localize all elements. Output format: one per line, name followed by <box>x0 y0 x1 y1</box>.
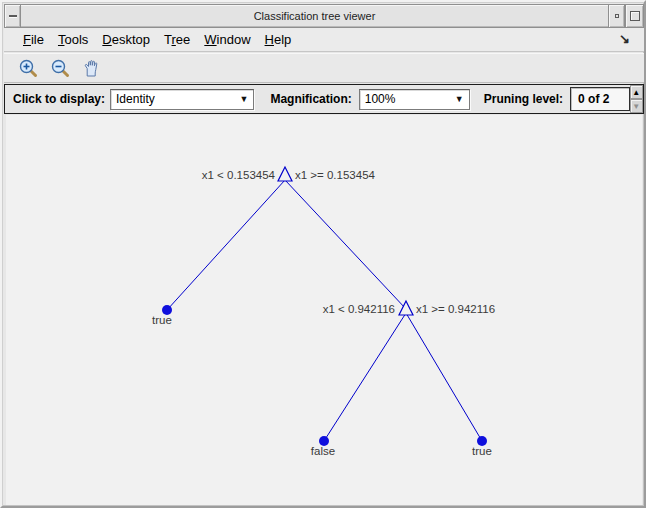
zoom-in-icon <box>18 58 38 78</box>
magnification-dropdown[interactable]: 100% ▼ <box>359 89 470 110</box>
menu-item-desktop[interactable]: Desktop <box>95 30 157 49</box>
zoom-out-button[interactable] <box>48 56 72 80</box>
control-panel: Click to display: Identity ▼ Magnificati… <box>4 84 644 114</box>
magnification-dropdown-value: 100% <box>365 92 451 106</box>
root-split-right-label: x1 >= 0.153454 <box>295 169 376 181</box>
maximize-button[interactable] <box>625 4 644 28</box>
classification-tree: x1 < 0.153454 x1 >= 0.153454 true x1 < 0… <box>6 115 642 505</box>
minimize-icon <box>615 14 619 18</box>
leaf-true-label: true <box>472 445 492 457</box>
zoom-in-button[interactable] <box>16 56 40 80</box>
maximize-icon <box>630 11 640 21</box>
branch-node-root[interactable] <box>278 167 292 181</box>
leaf-false-label: false <box>311 445 335 457</box>
leaf-left-label: true <box>152 314 172 326</box>
edge-node2-right <box>406 313 482 441</box>
chevron-down-icon: ▼ <box>451 94 469 104</box>
menu-bar: File Tools Desktop Tree Window Help ↘ <box>4 28 644 52</box>
pan-button[interactable] <box>80 56 104 80</box>
toolbar <box>4 53 644 83</box>
node2-split-right-label: x1 >= 0.942116 <box>416 303 495 315</box>
edge-root-left <box>167 180 285 310</box>
zoom-out-icon <box>50 58 70 78</box>
display-dropdown[interactable]: Identity ▼ <box>110 89 254 110</box>
magnification-label: Magnification: <box>270 92 351 106</box>
edge-root-right <box>285 180 406 309</box>
pan-hand-icon <box>82 58 102 78</box>
pruning-level-label: Pruning level: <box>484 92 563 106</box>
window-title: Classification tree viewer <box>21 4 608 28</box>
menu-item-help[interactable]: Help <box>258 30 299 49</box>
menu-item-file[interactable]: File <box>16 30 51 49</box>
tree-canvas[interactable]: x1 < 0.153454 x1 >= 0.153454 true x1 < 0… <box>6 115 642 505</box>
window-menu-icon <box>9 15 17 17</box>
spinner-up-button[interactable]: ▲ <box>630 85 643 99</box>
menu-item-window[interactable]: Window <box>197 30 257 49</box>
title-bar: Classification tree viewer <box>4 4 644 28</box>
menu-item-tools[interactable]: Tools <box>51 30 95 49</box>
pruning-level-value: 0 of 2 <box>570 87 630 111</box>
node2-split-left-label: x1 < 0.942116 <box>323 303 395 315</box>
window-menu-button[interactable] <box>4 4 21 28</box>
dock-figure-arrow-icon[interactable]: ↘ <box>619 31 630 46</box>
minimize-button[interactable] <box>608 4 625 28</box>
pruning-level-spinner: ▲ ▼ <box>630 85 643 113</box>
display-dropdown-value: Identity <box>116 92 235 106</box>
edge-node2-left <box>324 313 406 441</box>
window-frame: Classification tree viewer File Tools De… <box>0 0 646 508</box>
spinner-down-button[interactable]: ▼ <box>630 99 643 113</box>
root-split-left-label: x1 < 0.153454 <box>202 169 276 181</box>
display-label: Click to display: <box>13 92 105 106</box>
menu-item-tree[interactable]: Tree <box>157 30 197 49</box>
chevron-down-icon: ▼ <box>235 94 253 104</box>
